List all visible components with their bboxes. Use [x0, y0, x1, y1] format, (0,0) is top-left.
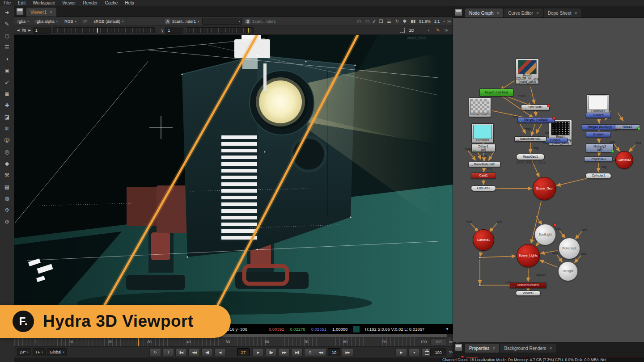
transport-button[interactable]: ▮◀: [175, 348, 187, 356]
node-dot[interactable]: [479, 256, 481, 259]
fstop-label[interactable]: f/8: [21, 28, 26, 33]
sparkles-node-icon[interactable]: ✣: [3, 206, 12, 214]
transport-button[interactable]: ↻: [149, 348, 161, 356]
view-mode-dropdown[interactable]: 2D: [409, 28, 414, 33]
menu-edit[interactable]: Edit: [18, 0, 25, 5]
chevron-down-icon[interactable]: ▾: [428, 29, 429, 32]
node-timeshift1[interactable]: TimeShift1: [521, 105, 550, 110]
alpha-layer-dropdown[interactable]: rgba.alpha▾: [32, 17, 61, 25]
node-grade4[interactable]: Grade4: [586, 132, 611, 137]
range-scope-dropdown[interactable]: Global▾: [47, 348, 67, 356]
playhead[interactable]: [138, 337, 139, 346]
input-a-dropdown[interactable]: ▾: [202, 18, 242, 25]
ofx-node-icon[interactable]: ◍: [3, 195, 12, 202]
menu-viewer[interactable]: Viewer: [62, 0, 76, 5]
node-checkerboard1[interactable]: CheckerBoard1: [469, 97, 491, 117]
viewport-3d-scene[interactable]: 2048,1556: [14, 35, 453, 324]
keyer-node-icon[interactable]: ↙: [3, 79, 12, 86]
marquee-select-icon[interactable]: [400, 28, 405, 33]
wipe-icon[interactable]: ∕∕: [373, 19, 375, 24]
transform-node-icon[interactable]: ✚: [3, 102, 12, 109]
transport-button[interactable]: ◀▮: [201, 348, 213, 356]
prev-arrow-icon[interactable]: ◀: [17, 29, 19, 32]
node-multiply2[interactable]: Multiply2(all): [586, 143, 614, 152]
transport-button[interactable]: ▶▶: [278, 348, 290, 356]
metadata-node-icon[interactable]: ◆: [3, 160, 12, 167]
layer-dropdown[interactable]: rgba▾: [14, 17, 32, 25]
collapse-chevrons-icon[interactable]: ≫: [449, 350, 452, 354]
node-scene_lights[interactable]: Scene_Lights: [517, 244, 540, 267]
timeline-ruler[interactable]: 100 ≫ 1102030405060708090100: [14, 337, 453, 347]
filter-node-icon[interactable]: ◉: [3, 67, 12, 74]
input-process-icon[interactable]: ❏: [379, 19, 383, 24]
zoom-level[interactable]: 51.8%: [419, 19, 431, 24]
node-scanline[interactable]: ScanlineRender1: [510, 282, 547, 288]
node-graph-canvas[interactable]: maskmaskmapDmapmapSimgmapDimgcamimgcamob…: [453, 18, 644, 342]
deep-node-icon[interactable]: Ⓓ: [3, 137, 12, 144]
node-camera1[interactable]: Camera1: [473, 229, 494, 251]
image-node-icon[interactable]: ➜: [3, 9, 12, 16]
3d-node-icon[interactable]: ◪: [3, 114, 12, 121]
proxy-toggle-icon[interactable]: ☰: [387, 19, 391, 24]
transport-button[interactable]: ▮▶: [265, 348, 277, 356]
node-basicmat1[interactable]: BasicMaterial1: [514, 136, 547, 142]
tab-node-graph[interactable]: Node Graph ×: [465, 8, 503, 17]
node-dither1[interactable]: Dither1(all): [471, 144, 496, 152]
tab-curve-editor[interactable]: Curve Editor ×: [504, 8, 542, 17]
pause-icon[interactable]: ▮▮: [411, 19, 415, 24]
node-merge2[interactable]: Merge2 (multiply): [582, 124, 618, 130]
input-b-selector[interactable]: B Scanl...nder1: [242, 17, 279, 25]
menu-workspace[interactable]: Workspace: [33, 0, 55, 5]
node-grade5[interactable]: Grade5: [586, 113, 611, 118]
transport-button[interactable]: ▶: [252, 348, 264, 356]
node-constant1[interactable]: Constant1: [471, 123, 494, 143]
current-frame-input[interactable]: 27: [237, 348, 250, 356]
transport-button[interactable]: ◀◀: [188, 348, 200, 356]
axis-node-icon[interactable]: ⊕: [3, 218, 12, 225]
input-process-toggle[interactable]: IP: [80, 17, 91, 25]
gamma-slider[interactable]: [186, 27, 254, 33]
close-icon[interactable]: ×: [50, 10, 52, 15]
pixel-aspect[interactable]: 1:1: [434, 19, 440, 24]
node-scene_geo[interactable]: Scene_Geo: [533, 177, 556, 200]
tf-dropdown[interactable]: TF▾: [33, 348, 46, 356]
transport-button[interactable]: ▶▮: [291, 348, 303, 356]
next-arrow-icon[interactable]: ▶: [28, 29, 30, 32]
tab-viewer1[interactable]: Viewer1 ×: [26, 8, 56, 17]
gain-input[interactable]: 1: [33, 27, 51, 34]
views-node-icon[interactable]: ◎: [3, 148, 12, 156]
close-icon[interactable]: ×: [575, 11, 577, 16]
menu-help[interactable]: Help: [125, 0, 134, 5]
merge-node-icon[interactable]: ≣: [3, 90, 12, 97]
node-project3d2[interactable]: Project3D2: [584, 156, 613, 162]
node-camera3[interactable]: Camera3: [615, 151, 633, 169]
node-merge1[interactable]: Merge1 (multiply): [517, 117, 555, 123]
collapse-chevrons-icon[interactable]: ≫: [449, 340, 452, 344]
tab-dope-sheet[interactable]: Dope Sheet ×: [544, 8, 581, 17]
node-readgeo1[interactable]: ReadGeo1: [516, 154, 545, 160]
record-icon[interactable]: ●: [408, 348, 420, 356]
flipbook-play-icon[interactable]: ▶: [395, 348, 407, 356]
toolsets-node-icon[interactable]: ⚒: [3, 172, 12, 179]
close-icon[interactable]: ×: [536, 11, 539, 16]
roi-icon[interactable]: ✱: [403, 19, 407, 24]
node-dot[interactable]: [479, 284, 481, 286]
gain-toggle-icon[interactable]: ▭: [357, 19, 361, 24]
draw-node-icon[interactable]: ✎: [3, 21, 12, 28]
skip-back-button[interactable]: ◀◀: [315, 348, 326, 356]
node-constant3[interactable]: Constant3: [587, 94, 609, 114]
node-noise2[interactable]: Noise2: [615, 124, 640, 130]
annotate-pencil-icon[interactable]: ✎: [436, 28, 440, 33]
viewer-process-dropdown[interactable]: sRGB (default)▾: [90, 17, 127, 25]
gamma-toggle-icon[interactable]: ▭: [365, 19, 369, 24]
menu-render[interactable]: Render: [83, 0, 98, 5]
input-a-selector[interactable]: A Scanl...nder1 ▾: [162, 17, 202, 25]
channel-node-icon[interactable]: ☰: [3, 44, 12, 51]
range-end-input[interactable]: 100: [430, 349, 446, 356]
node-spotlight[interactable]: SpotLight: [534, 224, 556, 245]
gamma-input[interactable]: 1: [165, 27, 183, 34]
fps-dropdown[interactable]: 24*▾: [17, 348, 31, 356]
close-icon[interactable]: ×: [496, 11, 499, 16]
gain-slider[interactable]: [53, 27, 155, 33]
node-viewer1[interactable]: Viewer1: [516, 290, 541, 296]
